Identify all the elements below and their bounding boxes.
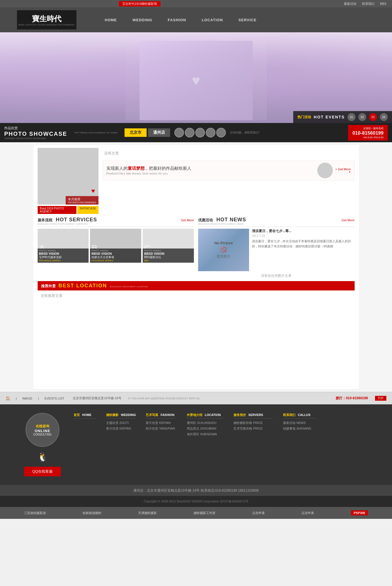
footer-home-icon[interactable]: 🏠	[6, 396, 10, 400]
nav-home[interactable]: HOME	[105, 18, 117, 22]
footer-callus-title-en: CALLUS	[298, 413, 310, 417]
footer-location-link-2[interactable]: 周边景点 ZHOUBIAN	[187, 426, 224, 431]
location-btn-beijing[interactable]: 北京市	[125, 128, 147, 137]
footer-location-link-1[interactable]: 通州区 GUILINSHOU	[187, 421, 224, 425]
footer-phone: 拨打：010-81560199	[336, 396, 368, 401]
best-location-sub: BSSD1919 VISION BEST LOCATION	[110, 285, 148, 288]
bottom-nav-link-5[interactable]: 点击申请	[252, 511, 265, 515]
footer-servers-link-1[interactable]: 婚纱摄影价格 PRICE	[234, 421, 273, 425]
nav-wedding[interactable]: WEDDING	[132, 18, 152, 22]
service-a-label: PHOTO SERIES	[39, 249, 87, 252]
best-location-zh: 推荐外景	[41, 284, 56, 289]
recommend-en: THE MONTH RECOMMENDED	[68, 201, 96, 203]
showcase-label[interactable]: SHOWCASE	[77, 206, 98, 214]
top-button[interactable]: TOP	[375, 396, 386, 401]
no-article-text: 没有文章	[103, 148, 355, 159]
news-get-more[interactable]: Get More	[342, 218, 355, 222]
news-title-zh: 优惠活动	[198, 218, 213, 222]
footer-callus-title-zh: 联系我们	[283, 413, 295, 417]
photo-agency-label[interactable]: Bssd.1919 PHOTO AGENCY	[38, 206, 77, 214]
service-a-en: BBSD VISION	[39, 252, 87, 255]
avatar-3	[195, 128, 205, 137]
nav-service[interactable]: SERVICE	[239, 18, 257, 22]
event-btn-4[interactable]: 04	[380, 113, 388, 121]
footer-wedding-title-zh: 婚纱摄影	[106, 413, 119, 417]
avatar-1	[174, 128, 184, 137]
hero-image: ♥	[125, 35, 267, 120]
nav-bbs[interactable]: BBS	[380, 2, 386, 5]
footer-col-home: 首页 HOME	[74, 413, 96, 438]
showcase-title-en: PHOTO SHOWCASE	[4, 131, 67, 137]
footer-fashion-title-zh: 艺术写真	[146, 413, 158, 417]
bottom-nav-logo: PSP300	[351, 510, 368, 515]
footer-fashion-link-2[interactable]: 样片欣赏 YANGPIAN	[146, 426, 177, 431]
footer-events-link[interactable]: EVENTS LIST	[44, 397, 64, 400]
footer-fashion-title-en: FASHION	[160, 413, 174, 417]
footer-wedding-link-2[interactable]: 客片欣赏 KEPIAN	[106, 426, 136, 431]
best-location-en: BEST LOCATION	[59, 283, 107, 289]
bottom-nav-link-2[interactable]: 桂林旅游婚纱	[83, 511, 101, 515]
footer-image-link[interactable]: IMAGE	[22, 397, 32, 400]
online-zh: 在线咨询	[36, 424, 49, 429]
bottom-nav-link-3[interactable]: 天津婚纱摄影	[138, 511, 157, 515]
footer-question: IF YOU HAVE ANY QUESTION, PLEASE CONTACT…	[128, 397, 200, 400]
news-item-summary: 清凉夏日，爱在七夕...本次活动由于本着特惠及回馈夏日新人及摄人的目的，特别遴选…	[252, 239, 355, 249]
footer-col-wedding: 婚纱摄影 WEDDING 主题欣赏 ZHUTI 客片欣赏 KEPIAN	[106, 413, 136, 438]
footer-callus-link-1[interactable]: 最新活动 NEWS	[283, 421, 317, 425]
copyright-text: Copyright © 2009-2012 Bssd1919 VISION Co…	[3, 499, 389, 504]
online-consult-circle: 在线咨询 ONLINE CONSULTING	[25, 413, 59, 447]
no-picture-en: No Picture	[214, 241, 233, 245]
no-picture-icon: 🚫	[220, 247, 227, 253]
service-item-b[interactable]: B PHOTO SERIES BBSD VISION 拍摄当天注意事项 PROV…	[90, 229, 141, 263]
news-item-title[interactable]: 清凉夏日，爱在七夕...尊...	[252, 229, 355, 233]
footer-fashion-link-1[interactable]: 客片欣赏 KEPIAN	[146, 421, 177, 425]
showcase-title-zh: 作品欣赏	[4, 126, 67, 131]
recommend-zh: 本月推荐	[68, 197, 96, 201]
no-recommend-text: 没有推荐文章	[38, 290, 355, 301]
top-bar-title: 宝生时代1919婚纱摄影馆	[119, 1, 160, 7]
location-btn-tongzhou[interactable]: 通州店	[148, 128, 170, 137]
service-b-provence: PROVENCE SERIES	[91, 259, 140, 262]
news-no-picture: No Picture 🚫 暂无图片	[198, 229, 249, 271]
heart-icon: ♥	[91, 187, 95, 195]
footer-callus-link-2[interactable]: 拍摄事项 SHIXIANG	[283, 426, 317, 431]
footer-wedding-title-en: WEDDING	[121, 413, 136, 417]
footer-home-title-zh: 首页	[74, 413, 80, 417]
no-picture-zh: 暂无图片	[217, 254, 230, 259]
event-btn-1[interactable]: 01	[348, 113, 355, 121]
service-item-c[interactable]: C PHOTO SERIES BBSD VISION BBS摄影论坛 BBS	[143, 229, 194, 263]
service-a-provence: PROVENCE SERIES	[39, 259, 87, 262]
footer-servers-link-2[interactable]: 艺术写真价格 PRICE	[234, 426, 273, 431]
bottom-nav-link-6[interactable]: 点击申请	[301, 511, 314, 515]
service-b-en: BBSD VISION	[91, 252, 140, 255]
services-get-more[interactable]: Get More	[181, 218, 194, 222]
nav-latest-events[interactable]: 最新活动	[344, 2, 356, 6]
footer-location-link-3[interactable]: 省外景区 SHENGWAI	[187, 432, 224, 436]
bottom-nav-link-4[interactable]: 婚纱摄影工作室	[194, 511, 215, 515]
footer-col-servers: 服务报价 SERVERS 婚纱摄影价格 PRICE 艺术写真价格 PRICE	[234, 413, 273, 438]
footer-col-location: 外景地介绍 LOCATION 通州区 GUILINSHOU 周边景点 ZHOUB…	[187, 413, 224, 438]
logo-text: 寶生時代	[32, 14, 61, 24]
service-item-a[interactable]: A PHOTO SERIES BBSD VISION 宝声时代服务流程 PROV…	[38, 229, 89, 263]
event-btn-2[interactable]: 02	[358, 113, 366, 121]
logo-subtitle: BSSD.1919 FOTO STUDIO WEDDING PHOTOGRAPH…	[19, 24, 75, 26]
footer-wedding-link-1[interactable]: 主题欣赏 ZHUTI	[106, 421, 136, 425]
nav-fashion[interactable]: FASHION	[168, 18, 186, 22]
get-more-link[interactable]: + Get More	[335, 167, 351, 171]
arrow-down-icon: ▼	[335, 171, 351, 173]
avatar-4	[206, 128, 215, 137]
nav-contact-us[interactable]: 联系我们	[362, 2, 374, 6]
fairy-text-en: Realized fairy tale dream, best works fo…	[106, 172, 191, 175]
bottom-nav-link-1[interactable]: 三亚旅拍摄影游	[24, 511, 46, 515]
hot-events-zh: 热门活动	[297, 115, 311, 120]
fairy-text-highlight: 童话梦想	[128, 166, 145, 171]
contact-label: 全国统一服务热线	[352, 127, 384, 130]
footer-location-title-en: LOCATION	[205, 413, 221, 417]
event-btn-3[interactable]: 03	[369, 113, 377, 121]
content-spacer	[33, 304, 359, 389]
services-title-en: HOT SERVICES	[56, 217, 97, 222]
footer-col-fashion: 艺术写真 FASHION 客片欣赏 KEPIAN 样片欣赏 YANGPIAN	[146, 413, 177, 438]
footer-servers-title-zh: 服务报价	[234, 413, 246, 417]
nav-location[interactable]: LOCATION	[202, 18, 223, 22]
qq-online-button[interactable]: QQ在线客服	[24, 467, 61, 476]
